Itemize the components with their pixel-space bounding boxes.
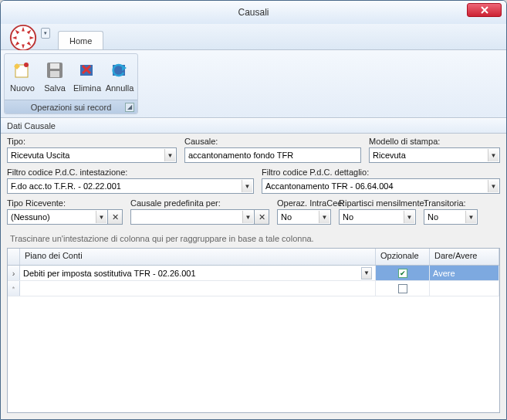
new-icon [11,59,34,82]
delete-label: Elimina [73,83,101,93]
clear-causale-predefinita-button[interactable]: ✕ [254,209,269,225]
label-ripartisci: Ripartisci mensilmente: [339,198,416,208]
causale-input[interactable]: accantonamento fondo TFR [184,147,361,163]
label-intracee: Operaz. IntraCee: [277,198,331,208]
svg-point-3 [24,63,29,67]
cell-dare-avere[interactable] [430,281,499,296]
ribbon-group-record-ops: Nuovo Salva Elimina Annulla Operazioni s… [4,53,138,114]
close-icon [481,6,488,14]
chevron-down-icon[interactable]: ▼ [465,211,476,223]
close-button[interactable] [467,3,502,17]
undo-label: Annulla [106,83,134,93]
label-transitoria: Transitoria: [424,198,478,208]
ribbon-group-title: Operazioni sui record ◢ [5,100,137,113]
label-modello: Modello di stampa: [369,137,500,146]
chevron-down-icon[interactable]: ▼ [488,180,499,192]
tipo-combo[interactable]: Ricevuta Uscita▼ [7,147,177,163]
delete-icon [76,59,99,82]
chevron-down-icon[interactable]: ▼ [488,149,499,161]
ribbon: Nuovo Salva Elimina Annulla Operazioni s… [1,50,506,118]
label-tipo: Tipo: [7,137,177,146]
save-label: Salva [44,83,66,93]
label-tipo-ricevente: Tipo Ricevente: [7,198,123,208]
modello-combo[interactable]: Ricevuta▼ [369,147,500,163]
new-button[interactable]: Nuovo [6,57,39,97]
chevron-down-icon[interactable]: ▼ [361,267,372,279]
filtro-dettaglio-combo[interactable]: Accantonamento TFR - 06.64.004▼ [262,178,500,194]
checkbox-icon[interactable]: ✔ [398,269,407,278]
intracee-combo[interactable]: No▼ [277,209,331,225]
chevron-down-icon[interactable]: ▼ [404,211,414,223]
table-row[interactable]: › Debiti per imposta sostitutiva TFR - 0… [8,266,499,281]
label-causale-predefinita: Causale predefinita per: [130,198,269,208]
undo-icon [108,59,131,82]
tab-home-label: Home [69,36,92,46]
save-icon [43,59,66,82]
svg-rect-5 [50,63,59,69]
titlebar: Causali [1,1,506,24]
label-filtro-intestazione: Filtro codice P.d.C. intestazione: [7,168,254,177]
row-indicator-icon: › [8,266,20,280]
section-dati-causale: Dati Causale [1,118,506,134]
table-row[interactable]: * ✔ [8,281,499,296]
row-selector-header [8,249,20,265]
new-row-indicator-icon: * [8,281,20,296]
cell-dare-avere[interactable]: Avere [430,266,499,280]
delete-button[interactable]: Elimina [71,57,103,97]
transitoria-combo[interactable]: No▼ [424,209,478,225]
new-label: Nuovo [10,83,35,93]
group-by-hint[interactable]: Trascinare un'intestazione di colonna qu… [7,226,500,248]
tipo-ricevente-combo[interactable]: (Nessuno)▼ [7,209,108,225]
window-title: Causali [238,7,269,18]
quick-access-dropdown[interactable]: ▾ [41,28,50,39]
chevron-down-icon[interactable]: ▼ [242,211,253,223]
clear-tipo-ricevente-button[interactable]: ✕ [107,209,123,225]
cell-piano[interactable] [20,281,376,296]
cell-piano[interactable]: Debiti per imposta sostitutiva TFR - 02.… [20,266,376,280]
col-opzionale[interactable]: Opzionale [376,249,430,265]
label-filtro-dettaglio: Filtro codice P.d.C. dettaglio: [262,168,500,177]
chevron-down-icon[interactable]: ▼ [319,211,330,223]
tab-home[interactable]: Home [58,31,103,49]
app-header: ▾ Home [1,24,506,50]
chevron-down-icon[interactable]: ▼ [164,149,175,161]
filtro-intestazione-combo[interactable]: F.do acc.to T.F.R. - 02.22.001▼ [7,178,254,194]
app-window: Causali ▾ Home Nuovo Salva [0,0,507,420]
col-piano-conti[interactable]: Piano dei Conti [20,249,376,265]
app-logo-icon [8,23,38,52]
label-causale: Causale: [184,137,361,146]
col-dare-avere[interactable]: Dare/Avere [430,249,499,265]
causale-predefinita-combo[interactable]: ▼ [130,209,255,225]
grid-header: Piano dei Conti Opzionale Dare/Avere [8,249,499,266]
dialog-launcher[interactable]: ◢ [125,103,134,112]
piano-conti-grid[interactable]: Piano dei Conti Opzionale Dare/Avere › D… [7,248,500,413]
chevron-down-icon[interactable]: ▼ [242,180,252,192]
checkbox-icon[interactable]: ✔ [398,284,407,293]
undo-button[interactable]: Annulla [103,57,136,97]
svg-rect-6 [50,71,59,77]
chevron-down-icon[interactable]: ▼ [96,211,106,223]
cell-opzionale[interactable]: ✔ [376,281,430,296]
form-area: Tipo: Ricevuta Uscita▼ Causale: accanton… [1,134,506,419]
save-button[interactable]: Salva [39,57,71,97]
cell-opzionale[interactable]: ✔ [376,266,430,280]
ripartisci-combo[interactable]: No▼ [339,209,416,225]
